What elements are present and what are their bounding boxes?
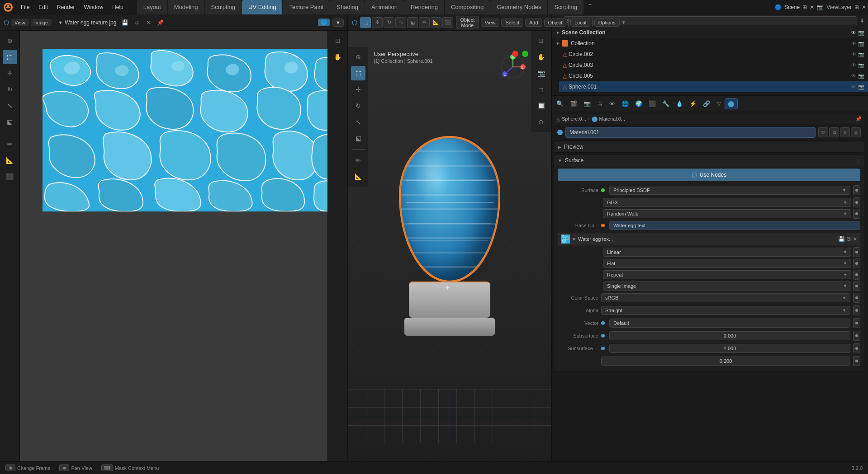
circle003-eye[interactable]: 👁 (851, 62, 856, 68)
uv-save-icon[interactable]: 💾 (120, 18, 130, 28)
vm-cube-icon[interactable]: ⬛ (442, 17, 453, 28)
local-btn[interactable]: Local (570, 19, 590, 27)
sphere001-eye[interactable]: 👁 (851, 84, 856, 89)
linear-dropdown[interactable]: Linear ▼ (603, 248, 851, 257)
vm-annotate-icon[interactable]: ✏ (419, 17, 430, 28)
subsurface-aniso-dot-btn[interactable] (853, 356, 860, 366)
repeat-dropdown[interactable]: Repeat ▼ (603, 270, 851, 279)
tab-compositing[interactable]: Compositing (445, 0, 490, 14)
props-tab-modifier[interactable]: 🔧 (659, 99, 672, 109)
3d-transform-tool[interactable]: ⬕ (351, 131, 365, 145)
subsurface-radius-value[interactable]: 1.000 (609, 344, 850, 353)
mat-copy-btn[interactable]: ⧉ (829, 127, 839, 137)
vector-dot-btn[interactable] (853, 318, 860, 328)
uv-zoom-fit-btn[interactable]: ⊡ (331, 33, 345, 48)
material-name-btn[interactable]: Material.001 (565, 127, 816, 138)
pan-btn[interactable]: ✋ (534, 50, 548, 64)
uv-viewport[interactable] (20, 31, 327, 461)
props-tab-world[interactable]: 🌍 (632, 99, 645, 109)
camera-btn[interactable]: 📷 (534, 66, 548, 80)
tab-scripting[interactable]: Scripting (548, 0, 583, 14)
uv-view-btn[interactable]: View (11, 19, 29, 26)
surface-value-btn[interactable]: Principled BSDF ▼ (609, 186, 850, 195)
uv-transform-tool[interactable]: ⬕ (3, 115, 17, 129)
viewport-object-btn[interactable]: Object (544, 19, 567, 27)
3d-annotate-tool[interactable]: ✏ (351, 153, 365, 168)
tab-animation[interactable]: Animation (365, 0, 404, 14)
props-tab-physics[interactable]: ⚡ (687, 99, 699, 109)
viewport-scene[interactable]: User Perspective (1) Collection | Sphere… (348, 31, 551, 461)
circle005-eye[interactable]: 👁 (851, 73, 856, 79)
ggx-dropdown[interactable]: GGX ▼ (603, 198, 851, 207)
base-color-texture-btn[interactable]: Water egg text... (609, 221, 860, 230)
alpha-dot-btn[interactable] (853, 305, 860, 315)
3d-scale-tool[interactable]: ⤡ (351, 115, 365, 129)
viewport-select-btn[interactable]: Select (501, 19, 523, 27)
vm-rotate-icon[interactable]: ↻ (384, 17, 394, 28)
tab-modeling[interactable]: Modeling (168, 0, 204, 14)
uv-pin-icon[interactable]: 📌 (155, 18, 165, 28)
texture-copy-icon[interactable]: ⧉ (847, 236, 851, 242)
random-walk-dropdown[interactable]: Random Walk ▼ (603, 209, 851, 218)
use-nodes-btn[interactable]: ⬡ Use Nodes (558, 169, 860, 181)
texture-save-icon[interactable]: 💾 (838, 236, 845, 242)
subsurface-radius-dot-btn[interactable] (853, 343, 860, 353)
vm-transform-icon[interactable]: ⬕ (407, 17, 418, 28)
props-tab-view[interactable]: 👁 (607, 99, 618, 109)
uv-gizmo-btn[interactable]: ▼ (332, 19, 344, 27)
props-tab-data[interactable]: ▽ (714, 99, 724, 109)
uv-select-tool[interactable]: ⬚ (3, 50, 17, 64)
3d-select-tool[interactable]: ⬚ (351, 66, 365, 80)
collection-eye[interactable]: 👁 (851, 41, 856, 46)
tab-uv-editing[interactable]: UV Editing (242, 0, 282, 14)
options-btn[interactable]: Options (594, 19, 620, 27)
props-tab-search[interactable]: 🔍 (554, 99, 566, 109)
breadcrumb-pin[interactable]: 📌 (855, 116, 862, 122)
surface-dot-btn[interactable] (853, 185, 860, 195)
menu-file[interactable]: File (16, 2, 34, 12)
outliner-collection[interactable]: ▼ Collection 👁 📷 (552, 38, 868, 49)
object-mode-btn[interactable]: Object Mode (456, 16, 479, 29)
uv-image-btn[interactable]: Image (31, 19, 52, 26)
texture-close-icon[interactable]: ✕ (853, 236, 857, 242)
uv-close-icon[interactable]: ✕ (143, 18, 153, 28)
props-tab-constraints[interactable]: 🔗 (700, 99, 713, 109)
props-tab-render[interactable]: 📷 (581, 99, 593, 109)
mat-shield-btn[interactable]: 🛡 (818, 127, 828, 137)
alpha-btn[interactable]: Straight ▼ (601, 306, 850, 315)
uv-move-tool[interactable]: ✛ (3, 66, 17, 80)
outliner-circle005[interactable]: △ Circle.005 👁 📷 (559, 70, 868, 81)
add-workspace-btn[interactable]: + (584, 0, 596, 14)
si-dot-btn[interactable] (853, 281, 860, 291)
viewport-add-btn[interactable]: Add (525, 19, 542, 27)
tab-sculpting[interactable]: Sculpting (205, 0, 242, 14)
color-space-btn[interactable]: sRGB ▼ (601, 293, 850, 302)
props-tab-object[interactable]: ⬛ (646, 99, 659, 109)
sphere001-render[interactable]: 📷 (858, 84, 864, 90)
vm-measure-icon[interactable]: 📐 (431, 17, 441, 28)
zoom-fit-btn[interactable]: ⊡ (534, 33, 548, 48)
flat-dot-btn[interactable] (853, 258, 860, 268)
circle003-render[interactable]: 📷 (858, 62, 864, 68)
viewport-view-btn[interactable]: View (481, 19, 500, 27)
uv-rotate-tool[interactable]: ↻ (3, 82, 17, 97)
outliner-eye-icon[interactable]: 👁 (851, 29, 856, 36)
uv-overlay-btn[interactable]: 🌐 (318, 19, 330, 26)
props-tab-output[interactable]: 🖨 (594, 99, 606, 109)
subsurface-dot-btn[interactable] (853, 331, 860, 341)
vm-scale-icon[interactable]: ⤡ (395, 17, 406, 28)
flat-dropdown[interactable]: Flat ▼ (603, 259, 851, 268)
subsurface-aniso-value[interactable]: 0.200 (601, 357, 850, 366)
3d-measure-tool[interactable]: 📐 (351, 169, 365, 184)
mat-settings-btn[interactable]: ⚙ (851, 127, 861, 137)
tab-texture-paint[interactable]: Texture Paint (283, 0, 330, 14)
menu-help[interactable]: Help (108, 2, 128, 12)
circle005-render[interactable]: 📷 (858, 73, 864, 79)
snap-btn[interactable]: 🔲 (534, 99, 548, 113)
collection-render[interactable]: 📷 (858, 41, 864, 47)
3d-rotate-tool[interactable]: ↻ (351, 99, 365, 113)
repeat-dot-btn[interactable] (853, 270, 860, 280)
linear-dot-btn[interactable] (853, 247, 860, 257)
menu-edit[interactable]: Edit (34, 2, 52, 12)
outliner-circle003[interactable]: △ Circle.003 👁 📷 (559, 60, 868, 70)
